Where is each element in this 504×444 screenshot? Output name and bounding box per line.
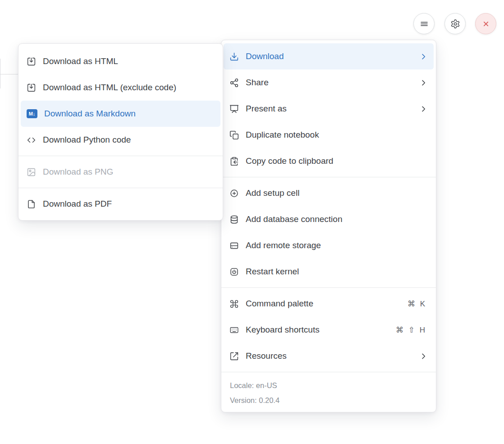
notebook-actions-menu: Download Share Present as Duplicate note…: [221, 40, 436, 412]
page-fragment-horizontal-border: [0, 74, 18, 74]
menu-item-share[interactable]: Share: [224, 69, 434, 96]
gear-icon: [450, 19, 460, 29]
hamburger-icon: [419, 19, 429, 29]
chevron-right-icon: [419, 105, 428, 113]
menu-item-label: Share: [246, 78, 269, 88]
menu-item-download-python-code[interactable]: Download Python code: [21, 127, 220, 153]
menu-item-label: Download as PNG: [43, 167, 113, 177]
menu-item-label: Keyboard shortcuts: [246, 325, 320, 335]
chevron-right-icon: [419, 352, 428, 361]
close-button[interactable]: [475, 13, 496, 34]
presentation-icon: [229, 104, 239, 114]
menu-item-label: Restart kernel: [246, 267, 299, 277]
download-icon: [229, 52, 239, 61]
menu-item-command-palette[interactable]: Command palette ⌘ K: [224, 291, 434, 317]
locale-text: Locale: en-US: [230, 378, 427, 393]
command-icon: [229, 299, 239, 309]
menu-item-download-as-png: Download as PNG: [21, 159, 220, 185]
menu-item-label: Command palette: [246, 299, 313, 309]
menu-item-duplicate-notebook[interactable]: Duplicate notebook: [224, 122, 434, 148]
menu-item-add-setup-cell[interactable]: Add setup cell: [224, 180, 434, 206]
menu-item-label: Add remote storage: [246, 240, 321, 250]
menu-separator: [221, 372, 436, 372]
menu-item-present-as[interactable]: Present as: [224, 96, 434, 122]
menu-item-copy-code-to-clipboard[interactable]: Copy code to clipboard: [224, 148, 434, 174]
chevron-right-icon: [419, 79, 428, 87]
menu-separator: [221, 287, 436, 288]
menu-item-resources[interactable]: Resources: [224, 343, 434, 369]
keyboard-icon: [229, 325, 239, 335]
download-submenu: Download as HTML Download as HTML (exclu…: [18, 43, 223, 221]
menu-separator: [18, 156, 223, 156]
box-arrow-down-icon: [27, 83, 36, 92]
code-icon: [27, 135, 36, 145]
menu-item-download[interactable]: Download: [224, 43, 434, 69]
menu-item-label: Download: [246, 51, 284, 61]
circle-plus-icon: [229, 189, 239, 198]
box-arrow-down-icon: [27, 57, 36, 66]
menu-item-add-remote-storage[interactable]: Add remote storage: [224, 232, 434, 259]
menu-item-label: Add setup cell: [246, 188, 299, 198]
menu-item-label: Duplicate notebook: [246, 130, 319, 140]
menu-item-add-database-connection[interactable]: Add database connection: [224, 206, 434, 232]
chevron-right-icon: [419, 52, 428, 61]
image-icon: [27, 167, 36, 177]
menu-item-download-as-pdf[interactable]: Download as PDF: [21, 191, 220, 217]
menu-item-label: Download as PDF: [43, 199, 112, 209]
duplicate-icon: [229, 130, 239, 140]
menu-item-label: Download as Markdown: [44, 109, 136, 119]
clipboard-copy-icon: [229, 157, 239, 166]
markdown-icon: M↓: [27, 109, 37, 118]
menu-item-label: Download Python code: [43, 135, 131, 145]
page-fragment-vertical-border: [0, 59, 0, 88]
menu-item-download-as-html[interactable]: Download as HTML: [21, 48, 220, 74]
menu-item-download-as-html-exclude-code[interactable]: Download as HTML (exclude code): [21, 74, 220, 101]
close-icon: [481, 19, 490, 28]
menu-item-label: Copy code to clipboard: [246, 156, 333, 166]
power-icon: [229, 267, 239, 277]
version-text: Version: 0.20.4: [230, 393, 427, 408]
hard-drive-icon: [229, 241, 239, 250]
file-icon: [27, 199, 36, 209]
menu-item-restart-kernel[interactable]: Restart kernel: [224, 259, 434, 285]
menu-item-keyboard-shortcuts[interactable]: Keyboard shortcuts ⌘ ⇧ H: [224, 317, 434, 343]
menu-item-label: Present as: [246, 104, 287, 114]
menu-separator: [221, 177, 436, 177]
shortcut-hint: ⌘ K: [408, 299, 428, 309]
external-link-icon: [229, 352, 239, 361]
notebook-menu-button[interactable]: [413, 13, 435, 34]
settings-button[interactable]: [444, 13, 466, 34]
menu-item-label: Add database connection: [246, 214, 342, 224]
menu-item-download-as-markdown[interactable]: M↓ Download as Markdown: [21, 101, 220, 127]
menu-footer: Locale: en-US Version: 0.20.4: [221, 375, 436, 410]
menu-item-label: Download as HTML: [43, 56, 118, 66]
menu-item-label: Resources: [246, 351, 287, 361]
menu-item-label: Download as HTML (exclude code): [43, 83, 176, 92]
database-icon: [229, 215, 239, 224]
shortcut-hint: ⌘ ⇧ H: [396, 325, 428, 335]
menu-separator: [18, 188, 223, 188]
share-icon: [229, 78, 239, 88]
